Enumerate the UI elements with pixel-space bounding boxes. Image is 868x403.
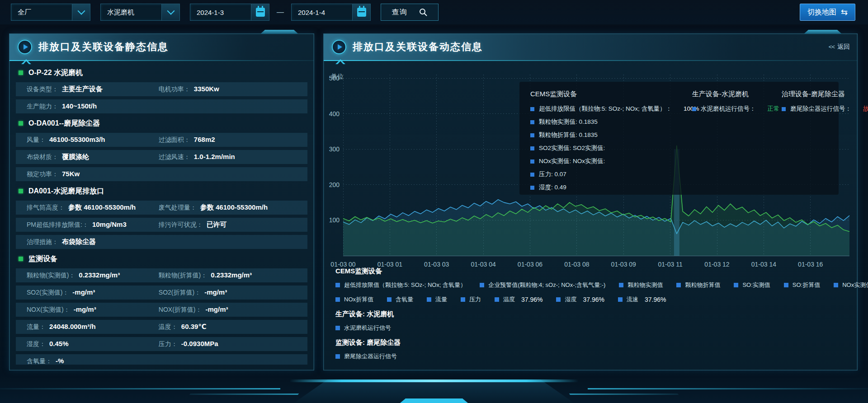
legend-item[interactable]: 含氧量: [387, 295, 413, 304]
info-value: 参数 46100-55300m/h: [68, 203, 136, 212]
legend-item-label: 颗粒物实测值: [627, 281, 663, 289]
legend-square-icon: [676, 283, 681, 287]
legend-row: NOx折算值 含氧量 流量 压力 温度 37.96% 湿度 37.96% 流速 …: [335, 295, 845, 304]
info-cell: SO2(折算值)： -mg/m³: [159, 288, 227, 297]
info-label: 湿度：: [27, 340, 46, 348]
start-date-value: 2024-1-3: [190, 9, 251, 16]
legend-item[interactable]: 超低排放限值（颗拉物:5: SOz-; NOx; 含氧量）: [335, 281, 466, 289]
legend-row: 水泥磨机运行信号: [335, 324, 845, 332]
legend-item[interactable]: NOx实测值: [834, 281, 868, 289]
legend-square-icon: [618, 297, 623, 302]
legend-item[interactable]: 流量: [427, 295, 447, 304]
info-cell: 额定功率： 75Kw: [27, 170, 159, 178]
svg-text:500: 500: [329, 75, 340, 82]
info-row: 风量： 46100-55300m3/h 过滤面积： 768m2: [16, 133, 307, 147]
legend-square-icon: [784, 283, 788, 287]
legend-item[interactable]: NOx折算值: [335, 295, 373, 304]
info-label: 废气处理量：: [159, 204, 197, 212]
info-label: 排污许可状况：: [159, 221, 203, 229]
monitor-legend-title: 监测设备: 磨尾除尘器: [335, 338, 845, 347]
legend-item[interactable]: 压力: [461, 295, 481, 304]
info-cell: 排气筒高度： 参数 46100-55300m/h: [27, 203, 159, 212]
legend-item[interactable]: 温度 37.96%: [495, 295, 542, 304]
info-cell: 排污许可状况： 已许可: [159, 220, 227, 229]
legend-square-icon: [734, 283, 738, 287]
end-date-input[interactable]: 2024-1-4: [291, 4, 371, 21]
info-cell: 流量： 24048.000m³/h: [27, 323, 159, 331]
legend-item-label: 颗粒物折算值: [685, 281, 720, 289]
legend-square-icon: [335, 326, 340, 330]
info-row: 治理措施： 布袋除尘器: [16, 235, 307, 249]
start-date-input[interactable]: 2024-1-3: [190, 4, 269, 21]
legend-item[interactable]: 颗粒物折算值: [676, 281, 720, 289]
device-select-cap[interactable]: [161, 4, 179, 20]
legend-row: 磨尾除尘器运行信号: [335, 352, 845, 361]
legend-item-label: 压力: [469, 295, 481, 304]
info-value: 75Kw: [62, 170, 80, 178]
legend-item-label: NOx实测值: [842, 281, 868, 289]
decoration-line-left: [0, 388, 280, 389]
legend-item-value: 37.96%: [521, 296, 542, 303]
legend-item[interactable]: 水泥磨机运行信号: [335, 324, 391, 332]
info-label: 治理措施：: [27, 238, 58, 246]
end-date-cap[interactable]: [352, 4, 370, 20]
date-range-separator: —: [277, 8, 284, 16]
info-label: SO2(折算值)：: [159, 289, 201, 297]
info-value: 768m2: [194, 136, 215, 143]
legend-item[interactable]: 颗粒物实测值: [619, 281, 663, 289]
info-cell: SO2(实测值)： -mg/m³: [27, 288, 159, 297]
legend-item-label: 流量: [435, 295, 447, 304]
plant-select-value: 全厂: [11, 8, 72, 17]
info-row: 含氧量： -%: [16, 354, 307, 365]
info-label: SO2(实测值)：: [27, 289, 69, 297]
section-title: O-DA001--磨尾除尘器: [28, 119, 100, 128]
back-button[interactable]: <<返回: [829, 43, 850, 51]
info-value: 参数 46100-55300m/h: [200, 203, 268, 212]
device-select[interactable]: 水泥磨机: [100, 4, 180, 21]
static-panel-title: 排放口及关联设备静态信息: [38, 40, 169, 54]
info-label: PM超低排排放限值:：: [27, 221, 89, 229]
cems-legend-title: CEMS监测设备: [335, 267, 845, 276]
legend-item-value: 37.96%: [583, 296, 604, 303]
chart-legends: CEMS监测设备 超低排放限值（颗拉物:5: SOz-; NOx; 含氧量） 企…: [335, 267, 845, 367]
legend-item[interactable]: SO:实测值: [734, 281, 770, 289]
info-label: NOX(折算值)：: [159, 306, 202, 314]
start-date-cap[interactable]: [251, 4, 269, 20]
info-cell: 废气处理量： 参数 46100-55300m/h: [159, 203, 268, 212]
query-button[interactable]: 查询: [381, 4, 439, 21]
legend-item-label: NOx折算值: [344, 295, 373, 304]
legend-item[interactable]: 流速 37.96%: [618, 295, 666, 304]
chevron-down-icon: [167, 7, 175, 15]
bottom-decoration: [0, 369, 868, 403]
info-row: SO2(实测值)： -mg/m³ SO2(折算值)： -mg/m³: [16, 286, 307, 300]
legend-square-icon: [387, 297, 392, 302]
topbar: 全厂 水泥磨机 2024-1-3 — 2024-1-4 查询 切换地图 ⇆: [0, 0, 868, 24]
plant-select-cap[interactable]: [72, 4, 90, 20]
legend-item-label: 流速: [627, 295, 638, 304]
info-value: 60.39℃: [181, 323, 207, 331]
section-header: O-DA001--磨尾除尘器: [19, 117, 307, 130]
legend-item-label: 超低排放限值（颗拉物:5: SOz-; NOx; 含氧量）: [344, 281, 466, 289]
info-value: 24048.000m³/h: [49, 323, 96, 330]
legend-item-label: 湿度: [565, 295, 576, 304]
legend-item[interactable]: 湿度 37.96%: [556, 295, 604, 304]
section-header: 监测设备: [19, 252, 307, 266]
info-row: PM超低排排放限值:： 10mg/Nm3 排污许可状况： 已许可: [16, 218, 307, 232]
info-cell: 设备类型： 主要生产设备: [27, 85, 159, 94]
legend-item-label: 含氧量: [396, 295, 413, 304]
legend-item[interactable]: 磨尾除尘器运行信号: [335, 352, 397, 361]
production-legend: 生产设备: 水泥磨机 水泥磨机运行信号: [335, 310, 845, 332]
legend-item[interactable]: 企业预警值(颗粒物:4; sOz-; NOx-;含氧气量:-): [480, 281, 605, 289]
info-row: 额定功率： 75Kw: [16, 167, 307, 181]
plant-select[interactable]: 全厂: [11, 4, 90, 21]
decoration-center-notch: [400, 398, 468, 403]
info-value: 0.45%: [49, 340, 69, 347]
section-title: DA001-水泥磨尾排放口: [28, 187, 104, 196]
legend-item[interactable]: SO:折算值: [784, 281, 820, 289]
chart-plot-area[interactable]: [343, 78, 849, 256]
legend-square-icon: [480, 283, 484, 287]
info-value: -mg/m³: [74, 305, 96, 313]
section-title: O-P-22 水泥磨机: [28, 68, 83, 78]
switch-map-button[interactable]: 切换地图 ⇆: [800, 4, 855, 21]
info-label: 设备类型：: [27, 85, 58, 94]
